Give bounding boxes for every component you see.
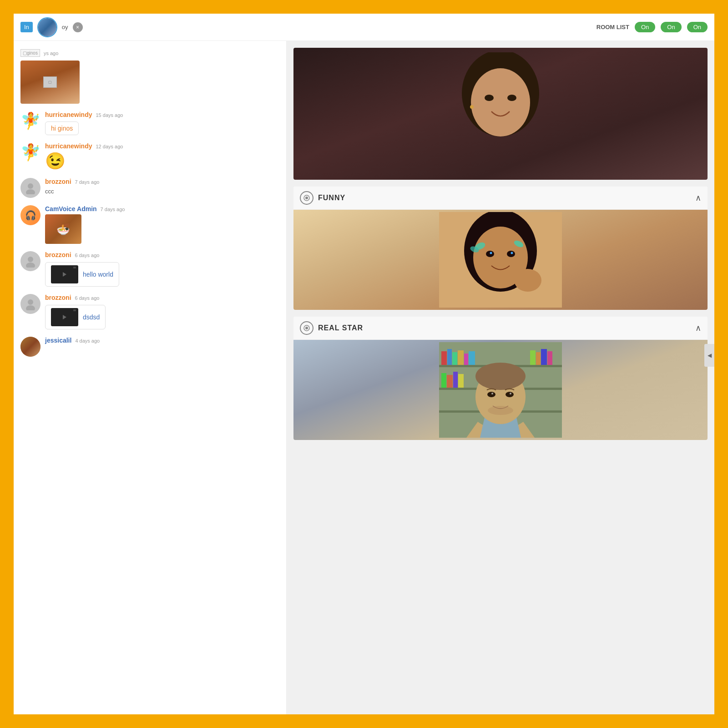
- timestamp: 7 days ago: [101, 207, 125, 212]
- svg-point-4: [28, 299, 33, 305]
- list-item: brozzoni 6 days ago hello world: [14, 248, 286, 290]
- list-item: 🧚 hurricanewindy 12 days ago 😉: [14, 139, 286, 174]
- svg-point-50: [510, 393, 511, 394]
- svg-point-8: [485, 95, 494, 101]
- media-message-box: dsdsd: [45, 305, 106, 329]
- room-card-funny: FUNNY ∧: [293, 187, 708, 310]
- panel-collapse-handle[interactable]: ◀: [704, 344, 714, 367]
- message-body: brozzoni 7 days ago ccc: [45, 178, 279, 195]
- svg-point-19: [511, 252, 513, 254]
- header: In oy × ROOM LIST On On On: [14, 14, 714, 41]
- svg-point-18: [490, 252, 492, 254]
- room-video-realstar: [293, 340, 708, 440]
- message-body: jessicalil 4 days ago: [45, 337, 279, 346]
- active-tab[interactable]: In: [20, 22, 33, 32]
- timestamp: 12 days ago: [96, 144, 123, 149]
- svg-point-9: [507, 95, 516, 101]
- svg-rect-41: [447, 375, 453, 388]
- username: brozzoni: [45, 178, 71, 185]
- svg-point-7: [471, 68, 530, 136]
- svg-point-12: [305, 197, 308, 199]
- message-body: hurricanewindy 12 days ago 😉: [45, 142, 279, 171]
- avatar: [20, 294, 40, 314]
- avatar: [20, 251, 40, 271]
- timestamp: 6 days ago: [75, 253, 100, 258]
- media-label: dsdsd: [83, 313, 100, 321]
- toggle-btn-3[interactable]: On: [687, 22, 708, 32]
- message-body: brozzoni 6 days ago dsdsd: [45, 294, 279, 329]
- svg-rect-40: [441, 373, 446, 388]
- username: hurricanewindy: [45, 111, 92, 118]
- svg-rect-30: [441, 351, 447, 365]
- webcam-icon: [300, 321, 313, 335]
- fairy-icon: 🧚: [20, 142, 40, 162]
- timestamp: 7 days ago: [75, 179, 100, 185]
- list-item: jessicalil 4 days ago: [14, 333, 286, 360]
- svg-point-51: [488, 406, 513, 415]
- close-tab-button[interactable]: ×: [73, 22, 83, 32]
- svg-rect-32: [452, 352, 457, 365]
- svg-point-47: [487, 392, 495, 397]
- list-item: brozzoni 6 days ago dsdsd: [14, 290, 286, 333]
- svg-point-0: [28, 183, 33, 189]
- svg-rect-42: [453, 372, 458, 388]
- webcam-icon: [300, 191, 313, 205]
- room-name: FUNNY: [318, 194, 345, 202]
- toggle-btn-1[interactable]: On: [635, 22, 655, 32]
- media-message-box: hello world: [45, 262, 119, 287]
- jessica-avatar: [20, 337, 40, 357]
- user-avatar[interactable]: [37, 17, 57, 37]
- media-thumbnail: [51, 265, 78, 283]
- room-video-funny: [293, 210, 708, 310]
- timestamp: ys ago: [44, 51, 58, 56]
- timestamp: 6 days ago: [75, 295, 100, 301]
- svg-point-46: [475, 363, 526, 390]
- username-display: oy: [62, 24, 68, 30]
- room-list-label: ROOM LIST: [597, 24, 629, 30]
- avatar: [20, 178, 40, 198]
- svg-rect-33: [458, 350, 464, 365]
- right-panel[interactable]: ◀ FUNNY ∧: [287, 41, 714, 714]
- timestamp: 15 days ago: [96, 112, 123, 118]
- food-image: 🍜: [45, 214, 81, 244]
- main-container: In oy × ROOM LIST On On On ▢ginos ys ago: [14, 14, 714, 714]
- username: brozzoni: [45, 251, 71, 258]
- svg-rect-34: [464, 354, 468, 365]
- timestamp: 4 days ago: [75, 338, 100, 344]
- message-bubble: hi ginos: [45, 121, 79, 135]
- username: CamVoice Admin: [45, 205, 97, 212]
- room-card-header: REAL STAR ∧: [293, 317, 708, 340]
- username: hurricanewindy: [45, 142, 92, 150]
- svg-point-49: [491, 393, 493, 394]
- list-item: 🎧 CamVoice Admin 7 days ago 🍜: [14, 202, 286, 248]
- user-video-frame: [293, 48, 708, 180]
- svg-rect-37: [536, 352, 541, 365]
- header-right: ROOM LIST On On On: [597, 22, 708, 32]
- svg-rect-39: [547, 351, 552, 365]
- collapse-icon[interactable]: ∧: [695, 193, 701, 203]
- admin-avatar: 🎧: [20, 205, 40, 225]
- room-name: REAL STAR: [318, 324, 363, 332]
- room-card-realstar: REAL STAR ∧: [293, 317, 708, 440]
- message-text: ccc: [45, 187, 54, 196]
- broken-img: ▢: [43, 76, 57, 88]
- message-body: CamVoice Admin 7 days ago 🍜: [45, 205, 279, 244]
- svg-point-3: [26, 263, 35, 268]
- list-item: ▢ginos ys ago ▢: [14, 46, 286, 107]
- chat-panel[interactable]: ▢ginos ys ago ▢ 🧚 hurricanewindy 15 days…: [14, 41, 287, 714]
- svg-rect-38: [541, 349, 547, 365]
- svg-point-17: [507, 251, 515, 257]
- list-item: brozzoni 7 days ago ccc: [14, 174, 286, 202]
- toggle-btn-2[interactable]: On: [661, 22, 681, 32]
- list-item: 🧚 hurricanewindy 15 days ago hi ginos: [14, 107, 286, 139]
- collapse-icon[interactable]: ∧: [695, 323, 701, 333]
- photo-message: ▢: [20, 61, 80, 104]
- room-title: FUNNY: [300, 191, 345, 205]
- svg-point-1: [26, 189, 35, 194]
- user-video-card: [293, 48, 708, 180]
- svg-rect-43: [458, 374, 464, 388]
- svg-point-5: [26, 305, 35, 310]
- username: brozzoni: [45, 294, 71, 301]
- room-title: REAL STAR: [300, 321, 363, 335]
- broken-image-icon: ▢ginos: [20, 49, 40, 57]
